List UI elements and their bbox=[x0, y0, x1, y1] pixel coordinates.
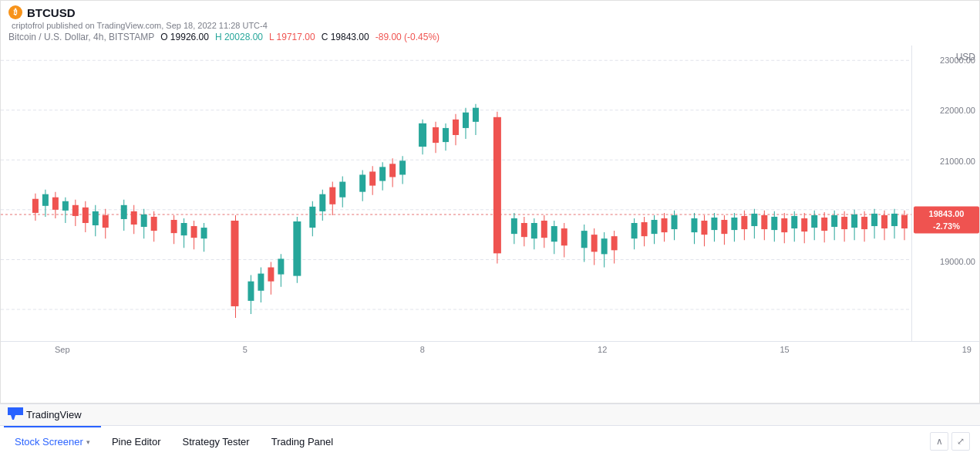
svg-rect-18 bbox=[83, 208, 89, 223]
svg-rect-92 bbox=[551, 226, 557, 242]
svg-rect-118 bbox=[711, 218, 717, 230]
tab-strategy-tester[interactable]: Strategy Tester bbox=[171, 426, 260, 456]
svg-rect-44 bbox=[258, 274, 264, 291]
current-price-change: -2.73% bbox=[917, 220, 976, 231]
collapse-icon: ∧ bbox=[936, 436, 943, 447]
svg-rect-100 bbox=[601, 238, 608, 254]
svg-rect-70 bbox=[419, 123, 426, 147]
svg-rect-68 bbox=[399, 160, 406, 174]
chart-canvas bbox=[1, 46, 911, 341]
svg-rect-148 bbox=[861, 217, 867, 229]
svg-rect-84 bbox=[511, 218, 517, 234]
svg-rect-28 bbox=[141, 214, 147, 227]
time-axis: Sep 5 8 12 15 19 bbox=[1, 341, 979, 357]
time-label-15: 15 bbox=[780, 345, 789, 354]
svg-rect-24 bbox=[121, 205, 127, 219]
low-value: 19717.00 bbox=[277, 32, 315, 42]
svg-rect-142 bbox=[831, 215, 837, 227]
svg-rect-56 bbox=[329, 187, 335, 204]
svg-rect-62 bbox=[369, 171, 375, 185]
svg-rect-110 bbox=[662, 218, 668, 232]
tab-stock-screener-label: Stock Screener bbox=[15, 436, 83, 448]
chart-header: ₿ BTCUSD criptofrol published on Trading… bbox=[1, 1, 979, 46]
svg-rect-72 bbox=[433, 127, 439, 143]
svg-rect-122 bbox=[731, 218, 737, 230]
svg-rect-48 bbox=[278, 258, 284, 274]
close-label: C bbox=[322, 32, 328, 42]
time-label-5: 5 bbox=[243, 345, 248, 354]
symbol-name: BTCUSD bbox=[27, 6, 76, 19]
svg-rect-34 bbox=[181, 223, 187, 235]
btc-icon: ₿ bbox=[8, 5, 22, 19]
svg-rect-40 bbox=[231, 221, 238, 306]
svg-rect-10 bbox=[42, 194, 49, 206]
svg-rect-134 bbox=[791, 216, 797, 228]
change-pct: (-0.45%) bbox=[404, 32, 439, 42]
tab-trading-panel-label: Trading Panel bbox=[271, 436, 333, 448]
svg-rect-82 bbox=[493, 117, 501, 254]
time-label-sep: Sep bbox=[55, 345, 70, 354]
high-value: 20028.00 bbox=[224, 32, 263, 42]
svg-rect-66 bbox=[389, 164, 396, 177]
svg-rect-126 bbox=[751, 214, 757, 226]
svg-rect-52 bbox=[309, 207, 315, 228]
svg-rect-128 bbox=[761, 215, 767, 229]
tv-logo-icon bbox=[8, 407, 23, 422]
expand-icon: ⤢ bbox=[957, 436, 965, 447]
svg-rect-58 bbox=[339, 182, 345, 198]
time-label-19: 19 bbox=[962, 345, 972, 354]
svg-rect-140 bbox=[821, 218, 827, 231]
bottom-tabs: Stock Screener ▾ Pine Editor Strategy Te… bbox=[0, 425, 980, 456]
ohlc-low: L 19717.00 bbox=[269, 32, 315, 42]
svg-rect-106 bbox=[642, 222, 648, 236]
svg-rect-102 bbox=[611, 236, 618, 250]
ohlc-change: -89.00 (-0.45%) bbox=[375, 32, 439, 42]
svg-rect-112 bbox=[672, 215, 678, 229]
ohlc-close: C 19843.00 bbox=[322, 32, 369, 42]
high-label: H bbox=[215, 32, 222, 42]
tab-trading-panel[interactable]: Trading Panel bbox=[261, 426, 344, 456]
tab-strategy-tester-label: Strategy Tester bbox=[182, 436, 249, 448]
svg-rect-116 bbox=[701, 221, 707, 235]
svg-rect-80 bbox=[473, 108, 479, 122]
svg-rect-54 bbox=[319, 194, 325, 211]
open-label: O bbox=[160, 32, 167, 42]
svg-rect-22 bbox=[103, 215, 109, 228]
svg-rect-138 bbox=[811, 215, 817, 228]
svg-rect-76 bbox=[453, 120, 459, 135]
svg-rect-88 bbox=[531, 223, 537, 238]
collapse-button[interactable]: ∧ bbox=[930, 432, 948, 451]
svg-rect-20 bbox=[93, 211, 99, 225]
open-value: 19926.00 bbox=[170, 32, 209, 42]
svg-rect-14 bbox=[62, 201, 69, 211]
tab-controls: ∧ ⤢ bbox=[930, 432, 976, 451]
svg-rect-154 bbox=[891, 214, 897, 226]
chevron-down-icon: ▾ bbox=[86, 438, 90, 446]
svg-rect-98 bbox=[591, 235, 598, 252]
svg-rect-60 bbox=[359, 174, 365, 191]
candlestick-chart[interactable] bbox=[1, 46, 911, 341]
tab-pine-editor[interactable]: Pine Editor bbox=[101, 426, 172, 456]
main-container: ₿ BTCUSD criptofrol published on Trading… bbox=[0, 0, 980, 456]
svg-rect-78 bbox=[463, 113, 469, 128]
svg-rect-120 bbox=[721, 220, 727, 234]
close-value: 19843.00 bbox=[331, 32, 369, 42]
ohlc-row: Bitcoin / U.S. Dollar, 4h, BITSTAMP O 19… bbox=[8, 30, 972, 44]
svg-rect-96 bbox=[581, 231, 588, 248]
low-label: L bbox=[269, 32, 274, 42]
tradingview-logo: TradingView bbox=[8, 407, 82, 422]
svg-rect-146 bbox=[851, 214, 857, 228]
tab-stock-screener[interactable]: Stock Screener ▾ bbox=[4, 426, 101, 456]
price-tick-22000: 22000.00 bbox=[940, 106, 975, 115]
expand-button[interactable]: ⤢ bbox=[951, 432, 970, 451]
time-label-8: 8 bbox=[420, 345, 425, 354]
svg-rect-74 bbox=[443, 128, 449, 142]
svg-rect-132 bbox=[781, 218, 787, 232]
svg-rect-26 bbox=[131, 211, 137, 225]
price-tick-21000: 21000.00 bbox=[940, 157, 975, 166]
svg-rect-16 bbox=[72, 205, 79, 216]
svg-rect-156 bbox=[901, 215, 908, 228]
chart-body: USD 23000.00 22000.00 21000.00 20000.00 … bbox=[1, 46, 979, 341]
price-axis: USD 23000.00 22000.00 21000.00 20000.00 … bbox=[911, 46, 979, 341]
svg-rect-30 bbox=[151, 217, 157, 231]
